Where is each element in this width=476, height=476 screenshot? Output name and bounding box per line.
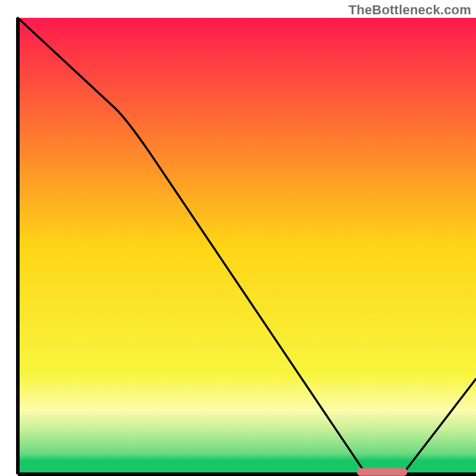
bottleneck-chart: TheBottleneck.com <box>0 0 476 476</box>
chart-svg <box>0 0 476 476</box>
optimal-range-marker <box>357 468 408 476</box>
plot-background <box>18 18 476 474</box>
attribution-text: TheBottleneck.com <box>349 2 471 18</box>
